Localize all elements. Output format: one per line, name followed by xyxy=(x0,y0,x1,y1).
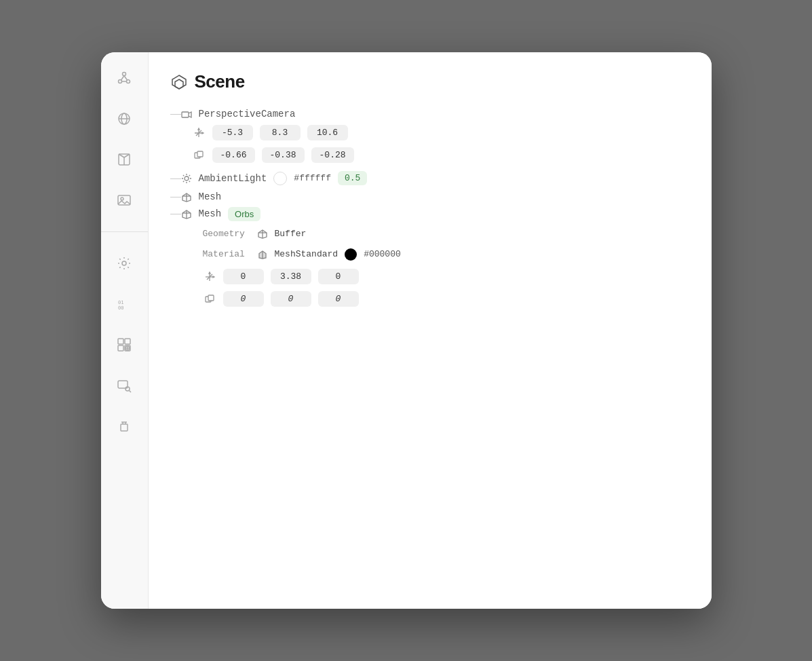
svg-line-47 xyxy=(189,181,189,182)
material-row: Material MeshStandard #000000 xyxy=(203,248,690,261)
material-color-hex: #000000 xyxy=(364,249,401,259)
mesh2-rot-x[interactable]: 0 xyxy=(223,291,264,307)
svg-marker-37 xyxy=(198,128,199,130)
sidebar-item-binary[interactable]: 01 00 xyxy=(112,292,136,316)
svg-marker-38 xyxy=(202,132,204,134)
sidebar-item-globe[interactable] xyxy=(112,107,136,131)
svg-line-46 xyxy=(182,175,183,176)
ambient-light-intensity[interactable]: 0.5 xyxy=(338,171,367,185)
mesh1-tree-item[interactable]: Mesh xyxy=(170,191,690,202)
mesh2-tree-item[interactable]: Mesh Orbs xyxy=(170,207,690,221)
camera-icon xyxy=(181,109,192,119)
svg-rect-17 xyxy=(125,339,130,344)
mesh2-pos-y[interactable]: 3.38 xyxy=(271,269,311,284)
camera-tree-item[interactable]: PerspectiveCamera xyxy=(170,109,690,119)
sidebar-item-grid-settings[interactable] xyxy=(112,333,136,357)
scene-title: Scene xyxy=(195,71,245,92)
svg-point-41 xyxy=(185,176,189,181)
material-label: Material xyxy=(203,249,250,259)
svg-line-25 xyxy=(130,391,132,393)
sidebar-item-image-search[interactable] xyxy=(112,373,136,398)
mesh2-rot-y[interactable]: 0 xyxy=(271,291,311,307)
material-icon xyxy=(257,248,268,261)
svg-point-2 xyxy=(127,80,130,83)
mesh2-rot-z[interactable]: 0 xyxy=(318,291,359,307)
material-type: MeshStandard xyxy=(275,249,339,259)
svg-line-3 xyxy=(121,76,125,81)
svg-rect-16 xyxy=(118,339,123,344)
svg-rect-33 xyxy=(182,112,189,117)
ambient-light-tree-item[interactable]: AmbientLight #ffffff 0.5 xyxy=(170,171,690,185)
svg-rect-18 xyxy=(118,345,123,351)
rotation-icon xyxy=(192,149,206,161)
svg-point-13 xyxy=(122,261,126,265)
camera-position-row: -5.3 8.3 10.6 xyxy=(192,125,690,140)
svg-point-12 xyxy=(121,197,123,200)
mesh2-position-icon xyxy=(203,270,216,282)
geometry-icon xyxy=(257,228,268,240)
sidebar-item-cube-frame[interactable] xyxy=(112,147,136,172)
mesh2-tag[interactable]: Orbs xyxy=(228,207,260,221)
position-icon xyxy=(192,127,206,138)
ambient-light-label: AmbientLight xyxy=(199,173,267,184)
camera-position-section: -5.3 8.3 10.6 -0.66 -0.38 -0.28 xyxy=(192,125,690,163)
sidebar-item-nodes[interactable] xyxy=(112,66,136,90)
svg-line-48 xyxy=(189,175,189,176)
camera-rot-y[interactable]: -0.38 xyxy=(262,147,305,163)
mesh2-rotation-icon xyxy=(203,292,216,304)
geometry-label: Geometry xyxy=(203,229,250,239)
mesh2-position-row: 0 3.38 0 xyxy=(203,269,690,284)
svg-text:01: 01 xyxy=(118,300,123,305)
geometry-type: Buffer xyxy=(275,229,307,239)
svg-marker-65 xyxy=(213,276,214,278)
camera-pos-z[interactable]: 10.6 xyxy=(307,125,348,140)
light-icon xyxy=(181,172,192,184)
camera-rot-z[interactable]: -0.28 xyxy=(311,147,354,163)
svg-marker-64 xyxy=(209,272,210,273)
camera-rot-x[interactable]: -0.66 xyxy=(212,147,255,163)
mesh2-details: Geometry Buffer Material xyxy=(203,228,690,307)
svg-rect-40 xyxy=(197,151,203,157)
mesh2-pos-x[interactable]: 0 xyxy=(223,269,264,284)
material-color-dot[interactable] xyxy=(345,248,357,261)
camera-pos-y[interactable]: 8.3 xyxy=(260,125,301,140)
sidebar-item-plugin[interactable] xyxy=(112,414,136,438)
geometry-row: Geometry Buffer xyxy=(203,228,690,240)
svg-line-4 xyxy=(124,76,128,81)
ambient-light-color-swatch[interactable] xyxy=(273,172,287,185)
mesh2-pos-z[interactable]: 0 xyxy=(318,269,359,284)
mesh2-label: Mesh xyxy=(199,208,222,219)
scene-icon xyxy=(170,73,188,91)
main-panel: Scene PerspectiveCamera xyxy=(149,52,712,609)
mesh2-icon xyxy=(181,208,192,219)
mesh1-label: Mesh xyxy=(199,191,222,202)
mesh2-rotation-row: 0 0 0 xyxy=(203,291,690,307)
mesh1-icon xyxy=(181,191,192,202)
svg-point-0 xyxy=(123,73,126,76)
svg-point-1 xyxy=(119,80,122,83)
sidebar-item-image[interactable] xyxy=(112,188,136,212)
svg-marker-32 xyxy=(175,79,183,89)
svg-marker-31 xyxy=(172,75,186,89)
camera-rotation-row: -0.66 -0.38 -0.28 xyxy=(192,147,690,163)
scene-header: Scene xyxy=(170,71,690,92)
svg-rect-26 xyxy=(121,424,128,431)
camera-pos-x[interactable]: -5.3 xyxy=(212,125,253,140)
svg-text:00: 00 xyxy=(118,305,123,311)
svg-rect-67 xyxy=(208,295,214,301)
ambient-light-color-hex: #ffffff xyxy=(294,173,331,183)
sidebar-item-settings[interactable] xyxy=(112,251,136,276)
sidebar: 01 00 xyxy=(101,52,149,609)
svg-line-49 xyxy=(182,181,183,182)
camera-label: PerspectiveCamera xyxy=(199,109,296,119)
